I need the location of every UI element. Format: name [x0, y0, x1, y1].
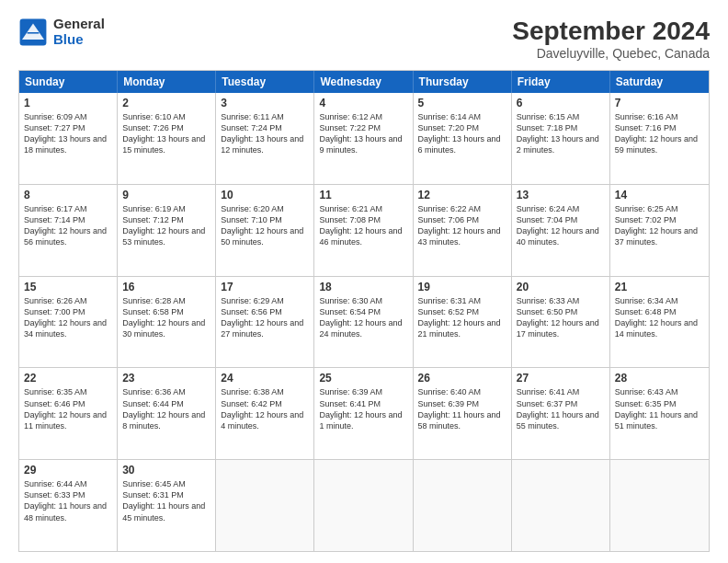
- day-13: 13 Sunrise: 6:24 AMSunset: 7:04 PMDaylig…: [512, 185, 610, 276]
- day-24: 24 Sunrise: 6:38 AMSunset: 6:42 PMDaylig…: [216, 368, 314, 459]
- week-row-2: 8 Sunrise: 6:17 AMSunset: 7:14 PMDayligh…: [19, 184, 709, 276]
- calendar-header: Sunday Monday Tuesday Wednesday Thursday…: [19, 71, 709, 93]
- week-row-1: 1 Sunrise: 6:09 AMSunset: 7:27 PMDayligh…: [19, 93, 709, 184]
- day-10: 10 Sunrise: 6:20 AMSunset: 7:10 PMDaylig…: [216, 185, 314, 276]
- day-2: 2 Sunrise: 6:10 AMSunset: 7:26 PMDayligh…: [118, 93, 216, 184]
- day-28: 28 Sunrise: 6:43 AMSunset: 6:35 PMDaylig…: [610, 368, 709, 459]
- day-6: 6 Sunrise: 6:15 AMSunset: 7:18 PMDayligh…: [512, 93, 610, 184]
- calendar: Sunday Monday Tuesday Wednesday Thursday…: [18, 70, 710, 552]
- day-30: 30 Sunrise: 6:45 AMSunset: 6:31 PMDaylig…: [118, 460, 216, 551]
- page-title: September 2024: [512, 17, 710, 46]
- day-4: 4 Sunrise: 6:12 AMSunset: 7:22 PMDayligh…: [314, 93, 413, 184]
- svg-rect-2: [28, 32, 40, 34]
- day-8: 8 Sunrise: 6:17 AMSunset: 7:14 PMDayligh…: [19, 185, 118, 276]
- logo-text: General Blue: [53, 17, 105, 47]
- logo-icon: [18, 17, 48, 47]
- header: General Blue September 2024 Daveluyville…: [18, 17, 710, 61]
- day-22: 22 Sunrise: 6:35 AMSunset: 6:46 PMDaylig…: [19, 368, 118, 459]
- day-empty-1: [216, 460, 314, 551]
- day-19: 19 Sunrise: 6:31 AMSunset: 6:52 PMDaylig…: [414, 277, 512, 368]
- day-1: 1 Sunrise: 6:09 AMSunset: 7:27 PMDayligh…: [19, 93, 118, 184]
- day-14: 14 Sunrise: 6:25 AMSunset: 7:02 PMDaylig…: [610, 185, 709, 276]
- day-18: 18 Sunrise: 6:30 AMSunset: 6:54 PMDaylig…: [314, 277, 413, 368]
- day-23: 23 Sunrise: 6:36 AMSunset: 6:44 PMDaylig…: [118, 368, 216, 459]
- header-tuesday: Tuesday: [216, 71, 314, 93]
- day-20: 20 Sunrise: 6:33 AMSunset: 6:50 PMDaylig…: [512, 277, 610, 368]
- logo-line1: General: [53, 17, 105, 32]
- day-5: 5 Sunrise: 6:14 AMSunset: 7:20 PMDayligh…: [414, 93, 512, 184]
- day-21: 21 Sunrise: 6:34 AMSunset: 6:48 PMDaylig…: [610, 277, 709, 368]
- day-empty-3: [414, 460, 512, 551]
- header-wednesday: Wednesday: [314, 71, 413, 93]
- page-subtitle: Daveluyville, Quebec, Canada: [512, 46, 710, 61]
- day-empty-4: [512, 460, 610, 551]
- day-9: 9 Sunrise: 6:19 AMSunset: 7:12 PMDayligh…: [118, 185, 216, 276]
- day-15: 15 Sunrise: 6:26 AMSunset: 7:00 PMDaylig…: [19, 277, 118, 368]
- title-block: September 2024 Daveluyville, Quebec, Can…: [512, 17, 710, 61]
- day-7: 7 Sunrise: 6:16 AMSunset: 7:16 PMDayligh…: [610, 93, 709, 184]
- header-thursday: Thursday: [414, 71, 512, 93]
- day-29: 29 Sunrise: 6:44 AMSunset: 6:33 PMDaylig…: [19, 460, 118, 551]
- header-sunday: Sunday: [19, 71, 118, 93]
- logo: General Blue: [18, 17, 105, 47]
- logo-line2: Blue: [53, 32, 105, 48]
- header-saturday: Saturday: [610, 71, 709, 93]
- day-11: 11 Sunrise: 6:21 AMSunset: 7:08 PMDaylig…: [314, 185, 413, 276]
- day-27: 27 Sunrise: 6:41 AMSunset: 6:37 PMDaylig…: [512, 368, 610, 459]
- day-25: 25 Sunrise: 6:39 AMSunset: 6:41 PMDaylig…: [314, 368, 413, 459]
- calendar-body: 1 Sunrise: 6:09 AMSunset: 7:27 PMDayligh…: [19, 93, 709, 551]
- header-monday: Monday: [118, 71, 216, 93]
- day-17: 17 Sunrise: 6:29 AMSunset: 6:56 PMDaylig…: [216, 277, 314, 368]
- day-12: 12 Sunrise: 6:22 AMSunset: 7:06 PMDaylig…: [414, 185, 512, 276]
- day-26: 26 Sunrise: 6:40 AMSunset: 6:39 PMDaylig…: [414, 368, 512, 459]
- day-empty-5: [610, 460, 709, 551]
- week-row-4: 22 Sunrise: 6:35 AMSunset: 6:46 PMDaylig…: [19, 367, 709, 459]
- page: General Blue September 2024 Daveluyville…: [0, 0, 728, 563]
- week-row-5: 29 Sunrise: 6:44 AMSunset: 6:33 PMDaylig…: [19, 459, 709, 551]
- day-3: 3 Sunrise: 6:11 AMSunset: 7:24 PMDayligh…: [216, 93, 314, 184]
- week-row-3: 15 Sunrise: 6:26 AMSunset: 7:00 PMDaylig…: [19, 276, 709, 368]
- day-empty-2: [314, 460, 413, 551]
- day-16: 16 Sunrise: 6:28 AMSunset: 6:58 PMDaylig…: [118, 277, 216, 368]
- header-friday: Friday: [512, 71, 610, 93]
